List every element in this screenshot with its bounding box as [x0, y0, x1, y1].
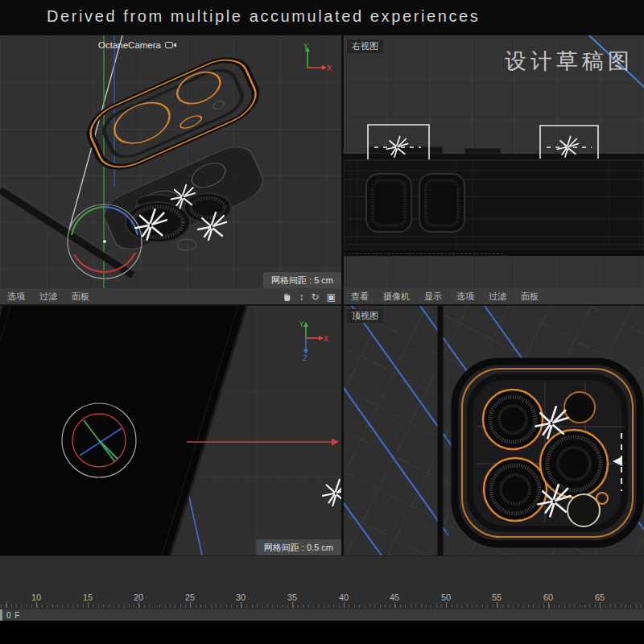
viewport-front-phone[interactable]: Y X Z 网格间距 : 0.5 cm — [0, 306, 341, 555]
maximize-view-icon[interactable]: ▣ — [327, 291, 336, 303]
svg-text:Y: Y — [303, 43, 308, 51]
ruler-tick-label: 65 — [595, 592, 605, 602]
footer-black-strip — [0, 621, 644, 644]
camera-name-label[interactable]: OctaneCamera — [98, 40, 177, 50]
ruler-tick-label: 30 — [236, 592, 246, 602]
ruler-tick-label: 15 — [83, 592, 93, 602]
playhead-frame-label: 0 F — [6, 611, 20, 620]
viewport-right-view[interactable]: 右视图 设计草稿图 — [344, 35, 644, 288]
menu-panel[interactable]: 面板 — [64, 291, 97, 303]
menu-view[interactable]: 查看 — [344, 291, 376, 303]
svg-text:Y: Y — [299, 320, 304, 328]
menubar-left-viewport: 选项 过滤 面板 ↕ ↻ ▣ — [0, 288, 341, 305]
camera-icon — [165, 41, 177, 49]
grid-spacing-label: 网格间距 : 0.5 cm — [256, 539, 341, 555]
axis-gizmo-perspective: Y X — [296, 42, 333, 76]
ruler-tick-label: 50 — [441, 592, 451, 602]
menu-options[interactable]: 选项 — [0, 291, 32, 303]
perspective-model-graphics — [0, 35, 341, 288]
timeline-ruler[interactable]: 10 15 20 25 30 35 40 45 50 55 60 65 — [0, 591, 644, 609]
ruler-minor-ticks — [0, 605, 644, 608]
axis-gizmo-front: Y X Z — [293, 319, 328, 361]
header-title: Derived from multiple accumulated experi… — [47, 7, 480, 26]
menu-filter[interactable]: 过滤 — [481, 291, 514, 303]
animation-toolbar: Design Draft ▮◀ ◀▮ ▶ ▮▶ ▶◆ ▶▮ ⇄ A ···· — [0, 555, 644, 592]
view-label[interactable]: 右视图 — [347, 39, 383, 53]
header-bar: Derived from multiple accumulated experi… — [0, 0, 644, 35]
ruler-tick-label: 60 — [543, 592, 553, 602]
zoom-arrows-icon[interactable]: ↕ — [299, 291, 304, 303]
front-phone-graphics — [0, 306, 341, 555]
sparkle-annotation — [323, 480, 341, 506]
view-label[interactable]: 顶视图 — [347, 309, 383, 323]
menu-panel[interactable]: 面板 — [514, 291, 546, 303]
top-view-graphics — [344, 306, 644, 555]
ruler-tick-label: 55 — [492, 592, 502, 602]
menu-options[interactable]: 选项 — [449, 291, 481, 303]
svg-text:Z: Z — [303, 354, 308, 361]
menu-camera[interactable]: 摄像机 — [376, 291, 417, 303]
ruler-tick-label: 25 — [185, 592, 195, 602]
svg-text:X: X — [327, 64, 332, 72]
playhead-marker[interactable] — [0, 609, 2, 621]
watermark-text: 设计草稿图 — [505, 47, 634, 76]
ruler-tick-label: 45 — [390, 592, 399, 602]
timeline-track[interactable]: 0 F — [0, 609, 644, 621]
app-window: Derived from multiple accumulated experi… — [0, 0, 644, 644]
rotate-view-icon[interactable]: ↻ — [312, 291, 320, 303]
pan-hand-icon[interactable] — [282, 291, 292, 302]
ruler-tick-label: 20 — [134, 592, 143, 602]
svg-text:X: X — [324, 335, 328, 343]
ruler-tick-label: 35 — [287, 592, 297, 602]
menu-display[interactable]: 显示 — [417, 291, 449, 303]
menubar-right-viewport: 查看 摄像机 显示 选项 过滤 面板 — [344, 288, 644, 305]
ruler-tick-label: 10 — [31, 592, 41, 602]
phone-body — [0, 306, 253, 555]
viewport-top-view[interactable]: 顶视图 — [344, 306, 644, 555]
ruler-tick-label: 40 — [339, 592, 349, 602]
phone-side-wireframe — [344, 147, 644, 256]
menu-filter[interactable]: 过滤 — [32, 291, 64, 303]
viewport-perspective[interactable]: OctaneCamera Y X 网格间距 : 5 cm — [0, 35, 341, 288]
grid-spacing-label: 网格间距 : 5 cm — [263, 272, 341, 288]
